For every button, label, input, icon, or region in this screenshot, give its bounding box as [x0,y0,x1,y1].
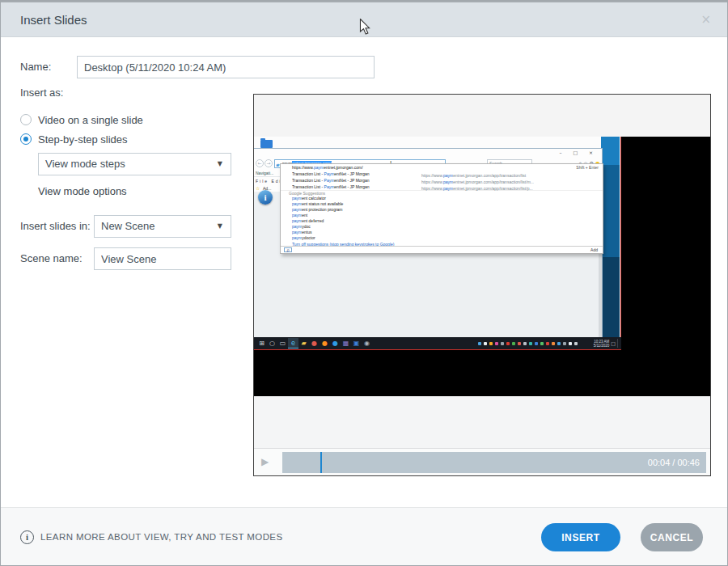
chevron-down-icon: ▼ [218,216,222,237]
info-icon: i [20,530,34,544]
tray-icon [523,342,527,345]
steam-icon: ◉ [362,338,372,348]
forward-icon: → [265,159,273,167]
url-suggestions-dropdown: https://www.paymentnet.jpmorgan.com/ Shi… [280,163,603,254]
preview-bottom-strip [254,396,710,448]
captured-desktop: – □ × ← → epaymentnet.jpmorgan.com/ ▾ I … [254,137,621,350]
tray-icon [529,342,532,345]
taskbar-clock: 10:23 AM 5/11/2020 [582,340,609,348]
insert-slides-in-value: New Scene [101,220,154,232]
dialog-title: Insert Slides [20,2,87,37]
video-player-controls: ▶ 00:04 / 00:46 [254,448,710,475]
radio-video-single-slide[interactable]: Video on a single slide [20,112,143,128]
tray-icon [512,342,515,345]
search-icon: ○ [267,338,277,348]
info-bubble-icon: i [258,190,273,205]
firefox-icon: ● [320,338,330,348]
window-controls-icons: – □ × [559,150,598,155]
view-mode-dropdown[interactable]: View mode steps ▼ [38,153,231,175]
teams-icon: ▦ [341,338,351,348]
cancel-button[interactable]: CANCEL [641,523,703,551]
tray-icon [552,342,555,345]
radio-circle-selected-icon [20,133,32,145]
magnifier-icon: ρ [284,247,292,252]
outlook-icon: ▣ [351,338,362,348]
insert-slides-in-label: Insert slides in: [20,215,91,238]
learn-more-label: LEARN MORE ABOUT VIEW, TRY AND TEST MODE… [40,532,283,542]
history-suggestion-row: Transaction List - PaymentNet - JP Morga… [281,184,603,190]
tray-icon [478,342,481,345]
view-mode-options-link[interactable]: View mode options [38,185,127,197]
google-suggestion-row: payment status not available [281,201,603,207]
edge-icon: ● [330,338,341,348]
browser-titlebar: – □ × [254,149,602,158]
clock-date: 5/11/2020 [594,344,610,348]
google-suggestions-header: Google Suggestions [281,190,603,196]
google-suggestions: payment calculatorpayment status not ava… [281,196,603,241]
action-center-icon: □ [611,340,616,346]
suggestion-top-row: https://www.paymentnet.jpmorgan.com/ Shi… [281,164,603,171]
progress-bar[interactable]: 00:04 / 00:46 [282,452,706,473]
tray-icon [574,342,578,345]
google-suggestion-row: payment protection program [281,207,603,213]
taskbar-app-icons: ⊞○▭e▰●●●▦▣◉ [256,338,372,348]
insert-button[interactable]: INSERT [541,523,620,551]
internet-explorer-icon: e [288,338,298,348]
suggestion-url: https://www.paymentnet.jpmorgan.com/ [292,165,363,170]
tray-icon [506,342,510,345]
tray-icon [540,342,544,345]
tray-icon [484,342,487,345]
tray-icon [495,342,498,345]
close-icon[interactable]: × [700,2,711,37]
add-button-label: Add [590,247,598,252]
start-icon: ⊞ [256,338,267,348]
google-suggestion-row: paymydoc [281,224,603,230]
radio-circle-icon [20,114,32,125]
playhead[interactable] [320,452,322,473]
google-suggestion-row: payment deferred [281,218,603,224]
browser-tab-label: Navigati... [256,171,273,175]
tray-icon [557,342,561,345]
suggestion-add-bar: ρ Add [281,246,603,253]
insert-as-label: Insert as: [20,87,63,99]
scene-name-input[interactable] [94,247,231,270]
tray-icon [501,342,504,345]
task-view-icon: ▭ [277,338,288,348]
mouse-cursor-icon [359,19,370,36]
chrome-icon: ● [309,338,320,348]
radio-steps-label: Step-by-step slides [38,133,128,146]
desktop-wallpaper [601,137,620,337]
tray-icon [535,342,538,345]
chevron-down-icon: ▼ [218,154,222,175]
name-label: Name: [20,56,51,78]
google-suggestion-row: payment calculator [281,196,603,201]
google-suggestion-row: payment [281,213,603,218]
video-frame: – □ × ← → epaymentnet.jpmorgan.com/ ▾ I … [254,137,710,396]
taskbar-tray-icons [478,342,578,345]
google-suggestion-row: paymydoctor [281,235,603,241]
tray-icon [489,342,493,345]
radio-step-by-step[interactable]: Step-by-step slides [20,131,128,147]
learn-more-link[interactable]: i LEARN MORE ABOUT VIEW, TRY AND TEST MO… [20,508,283,566]
history-suggestion-row: Transaction List - PaymentNet - JP Morga… [281,177,603,184]
show-desktop-sliver [617,339,620,348]
preview-top-strip [254,95,710,137]
history-suggestion-row: Transaction List - PaymentNet - JP Morga… [281,171,603,177]
time-display: 00:04 / 00:46 [648,452,700,473]
shift-enter-hint: Shift + Enter [576,164,599,171]
desktop-folder-icon [260,140,273,148]
play-button[interactable]: ▶ [261,456,269,467]
name-input[interactable] [77,56,375,78]
file-explorer-icon: ▰ [298,338,309,348]
insert-slides-dialog: Insert Slides × Name: Insert as: Video o… [0,0,728,566]
windows-taskbar: ⊞○▭e▰●●●▦▣◉ 10:23 AM 5/11/2020 □ [254,337,621,349]
history-suggestions: Transaction List - PaymentNet - JP Morga… [281,171,603,190]
view-mode-dropdown-value: View mode steps [45,158,125,170]
insert-slides-in-dropdown[interactable]: New Scene ▼ [94,215,231,238]
tray-icon [563,342,566,345]
tray-icon [569,342,572,345]
dialog-footer: i LEARN MORE ABOUT VIEW, TRY AND TEST MO… [1,507,727,565]
scene-name-label: Scene name: [20,247,83,270]
tray-icon [546,342,549,345]
tray-icon [518,342,521,345]
